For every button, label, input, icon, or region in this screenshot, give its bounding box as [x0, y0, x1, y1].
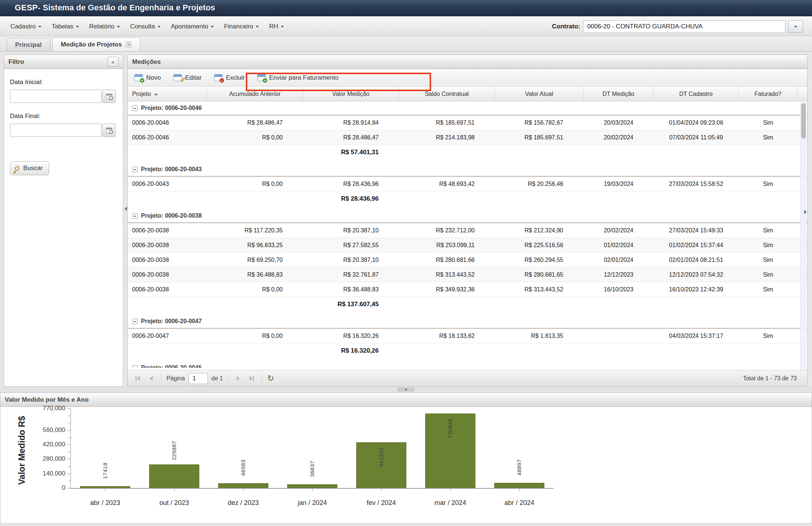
collapse-right-arrow-icon[interactable] [804, 210, 807, 214]
refresh-icon[interactable]: ↻ [267, 374, 274, 383]
table-row[interactable]: 0006-20-0038R$ 117.220,35R$ 20.387,10R$ … [128, 223, 807, 238]
menu-item-label: Cadastro [10, 23, 36, 30]
start-date-picker-trigger[interactable] [102, 90, 116, 103]
contract-combo-input[interactable]: 0006-20 - CONTRATO GUARDA-CHUVA [583, 20, 785, 33]
column-header-dt-cadastro[interactable]: DT Cadastro [654, 87, 739, 101]
column-header-acumulado-anterior[interactable]: Acumulado Anterior [207, 87, 303, 101]
delete-record-button[interactable]: -Excluir [211, 72, 248, 84]
table-cell: R$ 28.914,84 [303, 115, 399, 130]
send-to-billing-button[interactable]: +Enviar para Faturamento [254, 72, 341, 84]
new-record-button[interactable]: +Novo [131, 72, 164, 84]
next-page-button[interactable] [234, 374, 243, 383]
collapse-left-panel-button[interactable]: « [107, 57, 118, 67]
toolbar-button-label: Enviar para Faturamento [269, 74, 338, 82]
column-header-valor-atual[interactable]: Valor Atual [495, 87, 584, 101]
table-cell: 0006-20-0046 [128, 130, 207, 145]
menu-relatorio[interactable]: Relatório [84, 20, 125, 33]
menu-tabelas[interactable]: Tabelas [47, 20, 84, 33]
table-row[interactable]: 0006-20-0038R$ 69.250,70R$ 20.387,10R$ 2… [128, 253, 807, 267]
menu-item-label: Financeiro [224, 23, 253, 30]
sort-ascending-icon [154, 93, 158, 95]
menu-rh[interactable]: RH [264, 20, 289, 33]
table-row[interactable]: 0006-20-0038R$ 0,00R$ 36.488,83R$ 349.93… [128, 282, 807, 297]
tab-medição-de-projetos[interactable]: Medição de Projetos× [52, 37, 140, 51]
table-cell: R$ 28.486,47 [207, 115, 303, 130]
chevron-down-icon [281, 26, 284, 28]
collapse-group-icon[interactable] [132, 365, 138, 368]
table-cell: 01/02/2024 15:37:44 [654, 238, 739, 252]
table-cell: 0006-20-0046 [128, 115, 207, 130]
x-axis-tick [243, 489, 244, 491]
scrollbar-thumb[interactable] [801, 103, 806, 139]
column-header-projeto[interactable]: Projeto [128, 87, 207, 101]
column-header-saldo-contratual[interactable]: Saldo Contratual [399, 87, 495, 101]
end-date-picker-trigger[interactable] [102, 124, 116, 137]
chevron-down-icon [117, 26, 120, 28]
table-cell: R$ 20.387,10 [303, 253, 399, 267]
column-header-faturado[interactable]: Faturado? [739, 87, 798, 101]
table-cell: 20/02/2024 [584, 130, 654, 145]
previous-page-button[interactable] [146, 374, 156, 383]
table-row[interactable]: 0006-20-0043R$ 0,00R$ 28.436,96R$ 48.693… [128, 177, 807, 191]
collapse-group-icon[interactable] [132, 105, 138, 111]
page-number-input[interactable]: 1 [189, 373, 208, 384]
column-header-dt-medicao[interactable]: DT Medição [584, 87, 654, 101]
column-header-valor-medicao[interactable]: Valor Medição [303, 87, 399, 101]
table-cell: R$ 313.443,52 [399, 267, 495, 282]
table-cell: R$ 280.681,65 [495, 267, 584, 282]
menu-financeiro[interactable]: Financeiro [219, 20, 264, 33]
contract-combo-trigger[interactable] [788, 20, 803, 33]
table-cell: 01/02/2024 [584, 238, 654, 252]
start-date-label: Data Inicial: [10, 79, 117, 86]
horizontal-splitter[interactable] [0, 387, 812, 392]
y-axis-line [70, 408, 71, 488]
collapse-group-icon[interactable] [132, 213, 138, 219]
collapse-group-icon[interactable] [132, 167, 138, 172]
x-axis-category-label: abr / 2023 [76, 499, 135, 507]
chart-y-axis-title: Valor Medido R$ [17, 406, 27, 495]
group-header[interactable]: Projeto: 0006-20-0038 [128, 209, 807, 223]
edit-record-button[interactable]: Editar [171, 72, 204, 84]
table-cell: 12/12/2023 07:54:32 [654, 267, 739, 282]
chart-panel-header: Valor Medido por Mês e Ano [0, 393, 812, 407]
group-summary-row: R$ 16.320,26 [128, 343, 807, 358]
x-axis-category-label: out / 2023 [145, 499, 204, 507]
table-row[interactable]: 0006-20-0038R$ 96.833,25R$ 27.582,55R$ 2… [128, 238, 807, 253]
search-icon [15, 166, 20, 171]
tab-principal[interactable]: Principal [7, 38, 50, 51]
menu-cadastro[interactable]: Cadastro [5, 20, 47, 33]
new-record-icon: + [134, 74, 143, 81]
vertical-scrollbar[interactable] [800, 102, 806, 370]
table-cell: 12/12/2023 [584, 267, 654, 282]
y-axis-tick-label: 420,000 [43, 441, 65, 448]
group-header[interactable]: Projeto: 0006-20-0046 [128, 101, 807, 115]
table-row[interactable]: 0006-20-0046R$ 28.486,47R$ 28.914,84R$ 1… [128, 115, 807, 130]
group-header[interactable]: Projeto: 0006-20-0043 [128, 163, 807, 177]
group-summary-row: R$ 57.401,31 [128, 145, 807, 160]
column-header-label: Faturado? [754, 91, 781, 97]
search-button[interactable]: Buscar [10, 161, 49, 175]
collapse-group-icon[interactable] [132, 319, 138, 324]
group-header[interactable]: Projeto: 0006-20-0045 [128, 361, 807, 368]
menu-apontamento[interactable]: Apontamento [166, 20, 219, 33]
table-row[interactable]: 0006-20-0046R$ 0,00R$ 28.486,47R$ 214.18… [128, 130, 807, 145]
table-cell: Sim [739, 223, 798, 238]
table-cell: 0006-20-0038 [128, 238, 207, 252]
group-header[interactable]: Projeto: 0006-20-0047 [128, 315, 807, 329]
start-date-input[interactable] [10, 90, 102, 103]
end-date-input[interactable] [10, 124, 102, 137]
table-cell: R$ 349.932,36 [399, 282, 495, 297]
last-page-button[interactable] [247, 374, 257, 383]
toolbar-button-label: Excluir [226, 74, 245, 82]
close-tab-icon[interactable]: × [125, 41, 132, 48]
x-axis-category-label: jan / 2024 [283, 499, 342, 507]
collapse-left-arrow-icon[interactable] [124, 207, 127, 211]
table-cell: Sim [739, 282, 798, 297]
first-page-button[interactable] [133, 374, 142, 383]
group-header-label: Projeto: 0006-20-0038 [141, 212, 202, 219]
splitter-collapse-handle[interactable] [398, 388, 414, 391]
menu-consulta[interactable]: Consulta [125, 20, 166, 33]
table-row[interactable]: 0006-20-0038R$ 36.488,83R$ 32.761,87R$ 3… [128, 267, 807, 282]
column-header-label: Projeto [132, 91, 151, 97]
table-row[interactable]: 0006-20-0047R$ 0,00R$ 16.320,26R$ 18.133… [128, 329, 807, 343]
